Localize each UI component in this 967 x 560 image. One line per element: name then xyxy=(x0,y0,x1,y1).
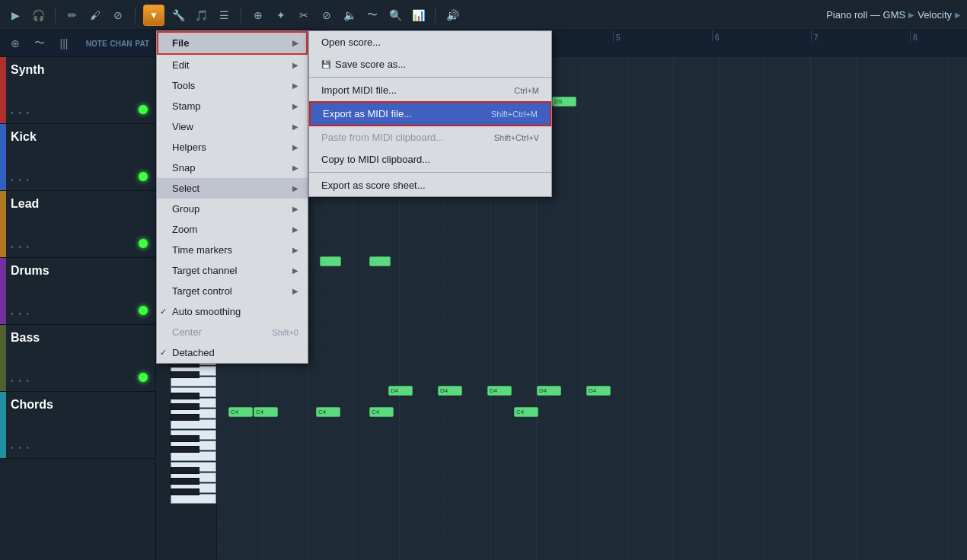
track-item-drums[interactable]: Drums • • • xyxy=(0,258,155,325)
piano-key-D#2[interactable] xyxy=(171,446,199,453)
track-color-bar xyxy=(0,57,6,123)
track-color-bar xyxy=(0,124,6,190)
erase-icon[interactable]: ⊘ xyxy=(109,6,127,24)
track-item-synth[interactable]: Synth • • • xyxy=(0,57,155,124)
brush-icon[interactable]: 🖌 xyxy=(86,6,104,24)
wave-icon[interactable]: 〜 xyxy=(363,6,381,24)
note-block-8[interactable]: D4 xyxy=(586,386,611,396)
headphone2-icon[interactable]: 🎵 xyxy=(192,6,210,24)
note-block-6[interactable]: D4 xyxy=(487,386,512,396)
track-dots: • • • xyxy=(11,310,151,318)
track-item-lead[interactable]: Lead • • • xyxy=(0,191,155,258)
menu-item-group[interactable]: Group▶ xyxy=(157,199,308,219)
menu-item-tools[interactable]: Tools▶ xyxy=(157,75,308,96)
track-info: Lead • • • xyxy=(6,191,155,257)
menu-item-view[interactable]: View▶ xyxy=(157,116,308,137)
speaker2-icon[interactable]: 🔊 xyxy=(443,6,461,24)
note-block-4[interactable]: D4 xyxy=(388,386,413,396)
magnet-icon[interactable]: ✦ xyxy=(272,6,290,24)
note-block-11[interactable]: C4 xyxy=(316,407,340,417)
submenu-arrow-icon: ▶ xyxy=(292,266,298,275)
piano-key-G#2[interactable] xyxy=(171,478,199,485)
piano-key-D#3[interactable] xyxy=(171,371,199,378)
note-block-12[interactable]: C4 xyxy=(369,407,394,417)
track-info: Drums • • • xyxy=(6,258,155,324)
knife-icon[interactable]: ✂ xyxy=(295,6,313,24)
menu-label: Select xyxy=(172,183,199,194)
menu-item-select[interactable]: Select▶ xyxy=(157,178,308,199)
menu-item-helpers[interactable]: Helpers▶ xyxy=(157,137,308,158)
submenu-arrow-icon: ▶ xyxy=(292,287,298,295)
play-icon[interactable]: ▶ xyxy=(6,6,24,24)
submenu-arrow-icon: ▶ xyxy=(292,143,298,151)
menu-item-target-channel[interactable]: Target channel▶ xyxy=(157,260,308,281)
file-submenu: Open score...💾Save score as...Import MID… xyxy=(308,30,552,197)
submenu-item-copy-to-midi-clipboard-[interactable]: Copy to MIDI clipboard... xyxy=(309,148,551,170)
toolbar-left: ▶ 🎧 ✏ 🖌 ⊘ ▼ 🔧 🎵 ☰ ⊕ ✦ ✂ ⊘ 🔈 〜 🔍 📊 🔊 xyxy=(6,5,461,26)
zoom-icon[interactable]: 🔍 xyxy=(386,6,404,24)
menu-item-stamp[interactable]: Stamp▶ xyxy=(157,96,308,116)
toolbar-sep-1 xyxy=(55,8,56,23)
ruler-mark-5: 5 xyxy=(613,30,621,42)
note-block-13[interactable]: C4 xyxy=(514,407,538,417)
submenu-item-paste-from-midi-clipboard-[interactable]: Paste from MIDI clipboard...Shift+Ctrl+V xyxy=(309,126,551,148)
menu-label: File xyxy=(172,37,189,49)
tracks-sidebar: ⊕ 〜 ||| NOTE CHAN PAT Synth • • • Kick •… xyxy=(0,30,156,560)
submenu-item-import-midi-file-[interactable]: Import MIDI file...Ctrl+M xyxy=(309,79,551,101)
note-block-0[interactable]: D5 xyxy=(552,97,576,107)
menu-item-zoom[interactable]: Zoom▶ xyxy=(157,219,308,240)
menu-label: Edit xyxy=(172,59,189,71)
tracks-header-icon3[interactable]: ||| xyxy=(55,34,73,52)
mute-icon[interactable]: ⊘ xyxy=(318,6,336,24)
shortcut-text: Shift+Ctrl+V xyxy=(494,133,539,142)
dynamics-icon[interactable]: 📊 xyxy=(409,6,427,24)
piano-key-F#3[interactable] xyxy=(171,393,199,399)
track-led xyxy=(139,172,148,181)
note-block-9[interactable]: C4 xyxy=(228,407,253,417)
submenu-item-save-score-as-[interactable]: 💾Save score as... xyxy=(309,53,551,75)
menu-item-detached[interactable]: ✓Detached xyxy=(157,342,308,363)
submenu-item-open-score-[interactable]: Open score... xyxy=(309,31,551,53)
submenu-arrow-icon: ▶ xyxy=(292,39,298,47)
piano-key-C#2[interactable] xyxy=(171,435,199,442)
track-dots: • • • xyxy=(11,377,151,385)
note-block-7[interactable]: D4 xyxy=(537,386,561,396)
track-info: Bass • • • xyxy=(6,325,155,391)
tracks-header-icon[interactable]: ⊕ xyxy=(6,34,24,52)
submenu-item-export-as-score-sheet-[interactable]: Export as score sheet... xyxy=(309,174,551,196)
menu-label: Zoom xyxy=(172,224,197,235)
tracks-header-icon2[interactable]: 〜 xyxy=(30,34,49,52)
pencil-icon[interactable]: ✏ xyxy=(63,6,81,24)
menu-item-center[interactable]: CenterShift+0 xyxy=(157,322,308,342)
track-name: Kick xyxy=(11,130,151,144)
wrench-icon[interactable]: 🔧 xyxy=(169,6,187,24)
menu-item-edit[interactable]: Edit▶ xyxy=(157,55,308,75)
track-color-bar xyxy=(0,191,6,257)
note-block-3[interactable]: .. xyxy=(369,256,391,266)
select-icon[interactable]: ⊕ xyxy=(249,6,267,24)
note-block-10[interactable]: C4 xyxy=(254,407,278,417)
menu-item-auto-smoothing[interactable]: ✓Auto smoothing xyxy=(157,301,308,322)
checkmark-icon: ✓ xyxy=(160,348,167,358)
track-item-bass[interactable]: Bass • • • xyxy=(0,325,155,392)
menu-item-time-markers[interactable]: Time markers▶ xyxy=(157,240,308,260)
speaker-icon[interactable]: 🔈 xyxy=(340,6,359,24)
piano-key-A#2[interactable] xyxy=(171,488,199,495)
track-name: Drums xyxy=(11,264,151,278)
piano-key-A#3[interactable] xyxy=(171,414,199,421)
piano-key-G#3[interactable] xyxy=(171,403,199,410)
headphones-icon[interactable]: 🎧 xyxy=(29,6,47,24)
menu-item-target-control[interactable]: Target control▶ xyxy=(157,281,308,301)
track-item-chords[interactable]: Chords • • • xyxy=(0,392,155,459)
submenu-item-export-as-midi-file-[interactable]: Export as MIDI file...Shift+Ctrl+M xyxy=(309,101,551,126)
menu-item-file[interactable]: File▶ xyxy=(157,31,308,55)
file-menu-button[interactable]: ▼ xyxy=(143,5,164,26)
menu-label: Target channel xyxy=(172,265,237,276)
note-block-2[interactable]: .. xyxy=(320,256,341,266)
note-block-5[interactable]: D4 xyxy=(438,386,462,396)
shortcut-text: Shift+Ctrl+M xyxy=(491,110,538,119)
menu-icon[interactable]: ☰ xyxy=(215,6,233,24)
track-item-kick[interactable]: Kick • • • xyxy=(0,124,155,191)
menu-item-snap[interactable]: Snap▶ xyxy=(157,158,308,178)
piano-key-F#2[interactable] xyxy=(171,467,199,474)
